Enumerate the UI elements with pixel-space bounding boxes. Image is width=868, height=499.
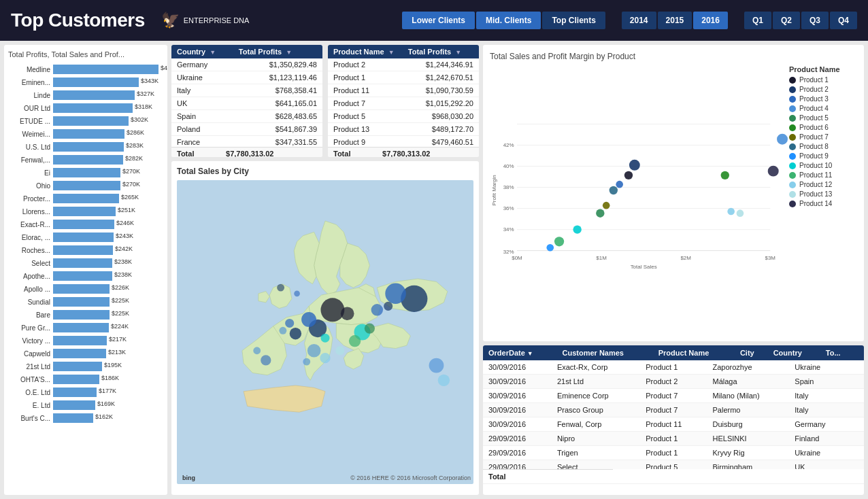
middle-panel: Country ▼ Total Profits ▼ Germany$1,350,… — [171, 45, 479, 495]
q3-button[interactable]: Q3 — [801, 12, 829, 29]
bar-track-wrapper: $343K — [53, 78, 163, 87]
svg-point-27 — [438, 375, 450, 386]
date-cell: 29/09/2016 — [483, 432, 552, 446]
product-profit-cell: $479,460.51 — [395, 136, 479, 148]
table-row: France$347,331.55 — [171, 136, 322, 148]
legend-label: Product 2 — [799, 86, 829, 93]
bar-track-wrapper: $265K — [53, 194, 163, 203]
bar-fill — [53, 194, 119, 203]
bar-row: Linde $327K — [8, 90, 163, 101]
bar-fill — [53, 220, 114, 229]
customer-cell: Fenwal, Corp — [552, 417, 640, 432]
table-row: 30/09/2016 Eminence Corp Product 7 Milan… — [483, 389, 864, 403]
bar-track-wrapper: $238K — [53, 258, 163, 268]
customer-names-header: Customer Names — [556, 345, 652, 360]
bar-value: $186K — [101, 375, 119, 381]
legend-dot — [789, 143, 796, 150]
bar-label: Ei — [8, 169, 50, 177]
bar-row: Capweld $213K — [8, 348, 163, 359]
bing-logo: bing — [182, 475, 195, 481]
svg-point-10 — [365, 323, 375, 333]
scatter-legend: Product Name Product 1Product 2Product 3… — [782, 65, 857, 332]
country-total-table: Total $7,780,313.02 — [171, 147, 322, 157]
q1-button[interactable]: Q1 — [744, 12, 771, 29]
bar-value: $226K — [112, 284, 129, 291]
bar-track-wrapper: $251K — [53, 207, 163, 216]
table-row: Product 7$1,015,292.20 — [328, 97, 479, 110]
bar-label: Llorens... — [8, 208, 50, 216]
product-profit-col-header: Total Profits ▼ — [403, 45, 469, 58]
lower-clients-button[interactable]: Lower Clients — [402, 12, 475, 29]
legend-label: Product 7 — [799, 133, 829, 141]
country-cell: Ukraine — [171, 71, 234, 84]
legend-item: Product 4 — [789, 105, 857, 112]
legend-item: Product 10 — [789, 162, 857, 169]
tables-row: Country ▼ Total Profits ▼ Germany$1,350,… — [171, 45, 479, 157]
bottom-table-scroll[interactable]: 30/09/2016 Exact-Rx, Corp Product 1 Zapo… — [483, 360, 864, 469]
country-cell: Italy — [789, 403, 848, 417]
svg-point-50 — [629, 160, 640, 171]
bar-label: Linde — [8, 92, 50, 99]
legend-dot — [789, 124, 796, 131]
svg-point-13 — [320, 353, 330, 363]
bottom-total-label: Total — [483, 470, 613, 484]
bar-value: $238K — [114, 258, 132, 265]
bar-fill — [53, 65, 158, 74]
bar-row: Elorac, ... $243K — [8, 232, 163, 243]
top-clients-button[interactable]: Top Clients — [542, 12, 605, 29]
product-cell: Product 7 — [640, 389, 707, 403]
date-cell: 30/09/2016 — [483, 403, 552, 417]
table-row: Product 9$479,460.51 — [328, 136, 479, 148]
date-cell: 30/09/2016 — [483, 360, 552, 375]
year-2016-button[interactable]: 2016 — [693, 12, 728, 29]
bottom-total-row: Total — [483, 470, 864, 484]
bar-value: $343K — [141, 78, 158, 84]
mid-clients-button[interactable]: Mid. Clients — [476, 12, 541, 29]
bar-value: $318K — [135, 103, 152, 110]
svg-point-15 — [303, 358, 310, 366]
logo-bird-icon: 🦅 — [161, 12, 180, 29]
svg-point-20 — [277, 284, 284, 292]
q2-button[interactable]: Q2 — [773, 12, 800, 29]
country-table-scroll[interactable]: Germany$1,350,829.48Ukraine$1,123,119.46… — [171, 58, 322, 147]
total-cell — [848, 460, 864, 470]
bar-track-wrapper: $225K — [53, 310, 163, 320]
legend-dot — [789, 182, 796, 188]
product-table-scroll[interactable]: Product 2$1,244,346.91Product 1$1,242,67… — [328, 58, 479, 147]
city-cell: Kryvy Rig — [707, 446, 790, 460]
bar-track-wrapper: $270K — [53, 168, 163, 177]
legend-dot — [789, 134, 796, 141]
bar-fill — [53, 233, 114, 242]
bar-chart-panel: Total Profits, Total Sales and Prof... M… — [4, 45, 167, 495]
customer-cell: Nipro — [552, 432, 640, 446]
country-scroll-table: Germany$1,350,829.48Ukraine$1,123,119.46… — [171, 58, 322, 147]
bar-track-wrapper: $226K — [53, 284, 163, 294]
profit-cell: $641,165.01 — [234, 97, 322, 110]
sort-icon: ▼ — [210, 49, 216, 56]
country-total-label: Total — [171, 148, 220, 158]
product-cell: Product 1 — [640, 446, 707, 460]
product-profit-cell: $968,030.20 — [395, 110, 479, 123]
bar-label: Sundial — [8, 298, 50, 306]
table-row: Italy$768,358.41 — [171, 84, 322, 97]
date-cell: 29/09/2016 — [483, 460, 552, 470]
map-canvas[interactable]: bing © 2016 HERE © 2016 Microsoft Corpor… — [177, 180, 473, 484]
legend-dot — [789, 105, 796, 112]
product-table: Product Name ▼ Total Profits ▼ Product 2… — [328, 45, 479, 157]
header: Top Customers 🦅 ENTERPRISE DNA Lower Cli… — [0, 0, 868, 41]
bar-fill — [53, 284, 110, 294]
year-2015-button[interactable]: 2015 — [658, 12, 692, 29]
table-row: 29/09/2016 Nipro Product 1 HELSINKI Finl… — [483, 432, 864, 446]
bar-row: Bare $225K — [8, 309, 163, 320]
bottom-total-c3 — [663, 470, 714, 484]
total-cell — [848, 432, 864, 446]
city-cell: Duisburg — [707, 417, 790, 432]
customer-cell: Select — [552, 460, 640, 470]
city-cell: Zaporozhye — [707, 360, 790, 375]
year-2014-button[interactable]: 2014 — [622, 12, 656, 29]
legend-item: Product 13 — [789, 190, 857, 198]
table-row: 29/09/2016 Trigen Product 1 Kryvy Rig Uk… — [483, 446, 864, 460]
q4-button[interactable]: Q4 — [830, 12, 857, 29]
bar-label: Procter... — [8, 195, 50, 203]
bar-row: Medline $421K — [8, 64, 163, 75]
